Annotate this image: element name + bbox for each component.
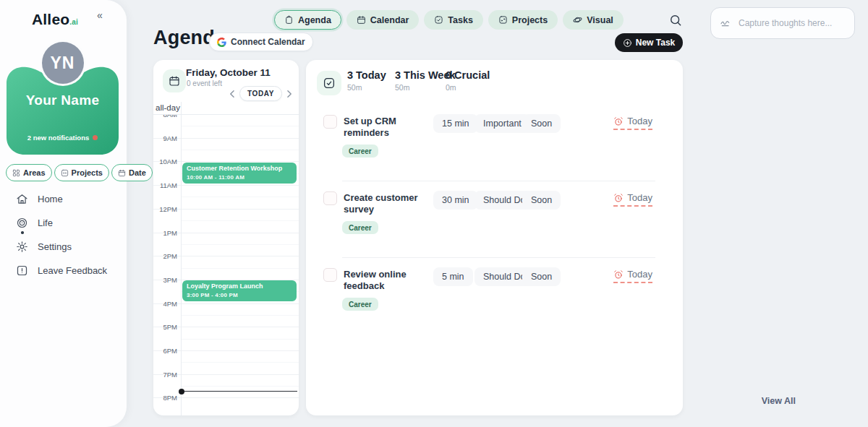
alarm-icon	[613, 269, 624, 280]
task-tag[interactable]: Career	[342, 221, 378, 234]
calendar-icon	[118, 169, 126, 177]
visual-icon	[573, 15, 582, 25]
current-time-indicator	[180, 391, 297, 392]
calendar-panel: Friday, October 11 0 event left TODAY al…	[153, 60, 299, 415]
plus-circle-icon	[623, 38, 632, 48]
sidebar-filters: Areas Projects Date	[6, 164, 122, 181]
row-divider	[342, 257, 655, 258]
check-square-icon	[323, 77, 336, 90]
home-icon	[16, 193, 28, 205]
hour-label: 7PM	[153, 371, 177, 379]
active-dot	[21, 231, 24, 234]
half-hour-line	[181, 362, 299, 363]
hour-label: 11AM	[153, 181, 177, 189]
half-hour-line	[181, 220, 299, 221]
calendar-chip-button[interactable]	[163, 69, 186, 92]
hour-label: 8PM	[153, 394, 177, 402]
hour-label: 3PM	[153, 276, 177, 284]
tasks-chip-button[interactable]	[317, 71, 341, 95]
task-tag[interactable]: Career	[342, 145, 378, 158]
half-hour-line	[181, 150, 299, 150]
task-row[interactable]: Set up CRM reminders 15 min Important So…	[306, 111, 683, 183]
task-urgency-pill[interactable]: Soon	[522, 267, 561, 286]
event-time: 3:00 PM - 4:00 PM	[187, 292, 292, 298]
half-hour-line	[181, 386, 299, 387]
task-tag[interactable]: Career	[342, 298, 378, 311]
tab-projects[interactable]: Projects	[488, 10, 558, 30]
task-row[interactable]: Review online feedback 5 min Should Do S…	[306, 264, 683, 336]
capture-thoughts-box[interactable]	[710, 7, 855, 39]
calendar-nav: TODAY	[229, 86, 293, 101]
capture-input[interactable]	[737, 17, 846, 29]
task-urgency-pill[interactable]: Soon	[522, 114, 561, 133]
calendar-event[interactable]: Customer Retention Workshop10:00 AM - 11…	[182, 163, 297, 184]
sidebar: Alleo.ai « YN Your Name 2 new notificati…	[0, 0, 127, 427]
alarm-icon	[613, 116, 624, 126]
gear-icon	[16, 241, 28, 253]
time-column-divider	[181, 102, 182, 415]
task-checkbox[interactable]	[323, 115, 337, 129]
target-icon	[16, 217, 28, 229]
notification-dot-icon	[93, 135, 98, 140]
profile-card[interactable]: YN Your Name 2 new notifications	[7, 42, 119, 155]
task-due-date[interactable]: Today	[613, 192, 652, 207]
hour-label: 2PM	[153, 252, 177, 260]
half-hour-line	[181, 315, 299, 316]
calendar-event[interactable]: Loyalty Program Launch3:00 PM - 4:00 PM	[182, 280, 297, 301]
events-left-label: 0 event left	[187, 79, 222, 87]
today-button[interactable]: TODAY	[239, 86, 282, 101]
half-hour-line	[181, 339, 299, 340]
scribble-icon	[720, 17, 731, 29]
task-duration-pill[interactable]: 5 min	[433, 267, 473, 286]
sidebar-menu: Home Life Settings Leave Feedback	[16, 191, 117, 287]
hour-label: 12PM	[153, 205, 177, 213]
task-urgency-pill[interactable]: Soon	[522, 191, 561, 210]
sidebar-item-life[interactable]: Life	[16, 215, 117, 230]
task-checkbox[interactable]	[323, 268, 337, 282]
task-due-date[interactable]: Today	[613, 116, 652, 130]
sidebar-item-leave-feedback[interactable]: Leave Feedback	[16, 263, 117, 277]
tab-visual[interactable]: Visual	[563, 10, 624, 30]
feedback-icon	[16, 264, 28, 277]
filter-areas[interactable]: Areas	[6, 164, 52, 181]
view-all-link[interactable]: View All	[731, 396, 796, 406]
task-title: Review online feedback	[344, 269, 432, 292]
hour-label: 1PM	[153, 229, 177, 237]
app-logo: Alleo.ai	[0, 11, 110, 28]
search-button[interactable]	[668, 13, 684, 29]
hour-label: 5PM	[153, 323, 177, 331]
task-row[interactable]: Create customer survey 30 min Should Do …	[306, 187, 683, 259]
sidebar-collapse-icon[interactable]: «	[97, 9, 103, 21]
connect-calendar-button[interactable]: Connect Calendar	[209, 33, 313, 51]
tab-tasks[interactable]: Tasks	[424, 10, 483, 30]
tab-calendar[interactable]: Calendar	[346, 10, 420, 30]
task-due-date[interactable]: Today	[613, 269, 652, 283]
calendar-icon	[169, 75, 180, 87]
chevron-left-icon[interactable]	[229, 90, 235, 98]
half-hour-line	[181, 244, 299, 245]
sidebar-item-settings[interactable]: Settings	[16, 239, 117, 254]
half-hour-line	[181, 126, 299, 126]
sidebar-item-home[interactable]: Home	[16, 191, 117, 206]
task-duration-pill[interactable]: 15 min	[433, 114, 478, 133]
half-hour-line	[181, 268, 299, 269]
tab-agenda[interactable]: Agenda	[274, 10, 341, 30]
hour-label: 6PM	[153, 347, 177, 355]
task-title: Set up CRM reminders	[344, 116, 432, 139]
alarm-icon	[613, 193, 624, 203]
hour-label: 10AM	[153, 158, 177, 165]
chevron-right-icon[interactable]	[286, 90, 293, 98]
task-checkbox[interactable]	[323, 191, 337, 205]
task-panel: 3 Today 50m 3 This Week 50m 0 Crucial 0m…	[306, 60, 683, 415]
filter-date[interactable]: Date	[111, 164, 153, 181]
notifications-text[interactable]: 2 new notifications	[7, 134, 119, 142]
event-title: Customer Retention Workshop	[187, 165, 292, 173]
avatar[interactable]: YN	[42, 42, 84, 84]
filter-projects[interactable]: Projects	[54, 164, 109, 181]
google-icon	[217, 38, 226, 47]
task-duration-pill[interactable]: 30 min	[433, 191, 478, 210]
hour-label: 9AM	[153, 134, 177, 142]
new-task-button[interactable]: New Task	[615, 33, 683, 52]
event-time: 10:00 AM - 11:00 AM	[187, 174, 292, 181]
kanban-icon	[498, 15, 508, 25]
